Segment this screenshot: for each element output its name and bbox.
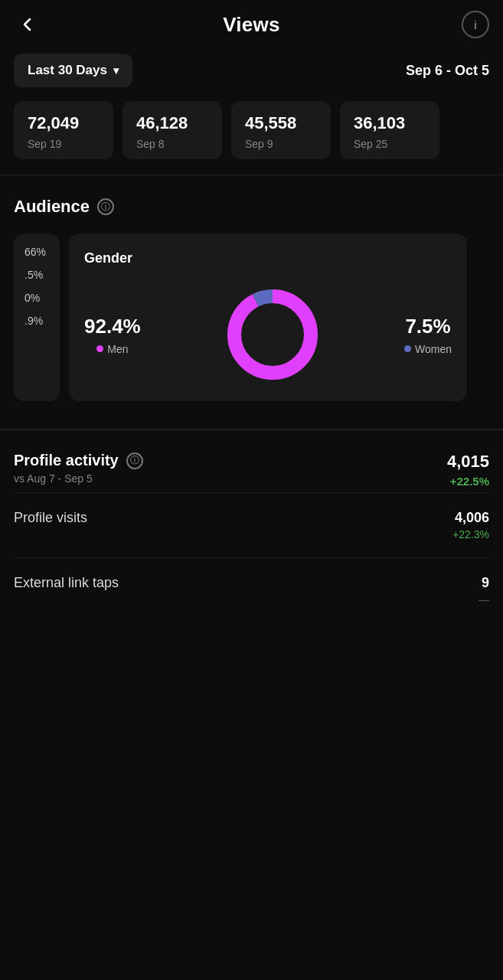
- stat-card-2: 45,558 Sep 9: [231, 101, 331, 159]
- audience-scroll: 66% .5% 0% .9% Gender 92.4% Men: [14, 234, 489, 406]
- activity-value-group: 4,015 +22.5%: [447, 452, 489, 488]
- audience-info-button[interactable]: ⓘ: [97, 198, 114, 215]
- audience-section: Audience ⓘ 66% .5% 0% .9% Gender 92.4% M…: [0, 175, 503, 421]
- men-percent: 92.4%: [84, 315, 141, 338]
- back-button[interactable]: [14, 11, 41, 38]
- stat-cards-scroll: 72,049 Sep 19 46,128 Sep 8 45,558 Sep 9 …: [0, 101, 503, 167]
- stat-date-0: Sep 19: [28, 138, 100, 150]
- activity-section: Profile activity ⓘ vs Aug 7 - Sep 5 4,01…: [0, 430, 503, 622]
- date-range-label: Last 30 Days: [28, 63, 107, 78]
- external-links-change: —: [479, 593, 489, 606]
- women-stat: 7.5% Women: [404, 315, 452, 355]
- gender-card: Gender 92.4% Men: [69, 234, 467, 401]
- stat-value-1: 46,128: [136, 113, 208, 133]
- age-label-1: .5%: [24, 269, 49, 281]
- profile-visits-value: 4,006: [455, 510, 489, 526]
- men-label: Men: [96, 343, 128, 355]
- date-range-display: Sep 6 - Oct 5: [406, 63, 489, 79]
- activity-info-button[interactable]: ⓘ: [126, 452, 143, 469]
- external-links-value: 9: [482, 575, 489, 591]
- age-label-0: 66%: [24, 246, 49, 258]
- activity-total: 4,015: [447, 452, 489, 472]
- activity-header-row: Profile activity ⓘ vs Aug 7 - Sep 5 4,01…: [14, 452, 489, 488]
- stat-date-3: Sep 25: [354, 138, 426, 150]
- men-dot: [96, 345, 103, 352]
- men-stat: 92.4% Men: [84, 315, 141, 355]
- header: Views i: [0, 0, 503, 46]
- women-label: Women: [404, 343, 452, 355]
- stat-date-1: Sep 8: [136, 138, 208, 150]
- women-dot: [404, 345, 411, 352]
- stat-value-0: 72,049: [28, 113, 100, 133]
- donut-svg: [223, 285, 322, 384]
- profile-visits-label: Profile visits: [14, 510, 87, 526]
- audience-title-row: Audience ⓘ: [14, 197, 489, 217]
- info-icon: i: [474, 18, 476, 31]
- stat-card-0: 72,049 Sep 19: [14, 101, 113, 159]
- women-percent: 7.5%: [405, 315, 450, 338]
- header-info-button[interactable]: i: [462, 11, 489, 38]
- age-label-3: .9%: [24, 315, 49, 327]
- profile-visits-change: +22.3%: [452, 528, 489, 541]
- external-links-values: 9 —: [479, 575, 489, 606]
- stat-card-3: 36,103 Sep 25: [340, 101, 439, 159]
- stat-card-1: 46,128 Sep 8: [122, 101, 222, 159]
- audience-title: Audience: [14, 197, 90, 217]
- activity-item-profile-visits: Profile visits 4,006 +22.3%: [14, 492, 489, 557]
- date-range-button[interactable]: Last 30 Days ▾: [14, 54, 132, 87]
- profile-visits-values: 4,006 +22.3%: [452, 510, 489, 541]
- activity-change: +22.5%: [450, 475, 489, 488]
- stat-value-2: 45,558: [245, 113, 317, 133]
- activity-title: Profile activity: [14, 452, 119, 469]
- svg-point-1: [234, 296, 311, 373]
- age-label-2: 0%: [24, 292, 49, 304]
- age-card-partial: 66% .5% 0% .9%: [14, 234, 60, 401]
- gender-chart-row: 92.4% Men: [84, 285, 452, 384]
- date-filter-bar: Last 30 Days ▾ Sep 6 - Oct 5: [0, 46, 503, 101]
- external-links-label: External link taps: [14, 575, 119, 591]
- gender-donut-chart: [223, 285, 322, 384]
- activity-item-external-links: External link taps 9 —: [14, 557, 489, 622]
- activity-title-group: Profile activity ⓘ vs Aug 7 - Sep 5: [14, 452, 143, 485]
- gender-card-title: Gender: [84, 250, 452, 266]
- activity-title-row-inner: Profile activity ⓘ: [14, 452, 143, 469]
- stat-value-3: 36,103: [354, 113, 426, 133]
- page-title: Views: [223, 13, 280, 37]
- stat-date-2: Sep 9: [245, 138, 317, 150]
- activity-comparison: vs Aug 7 - Sep 5: [14, 472, 143, 485]
- chevron-down-icon: ▾: [113, 64, 119, 77]
